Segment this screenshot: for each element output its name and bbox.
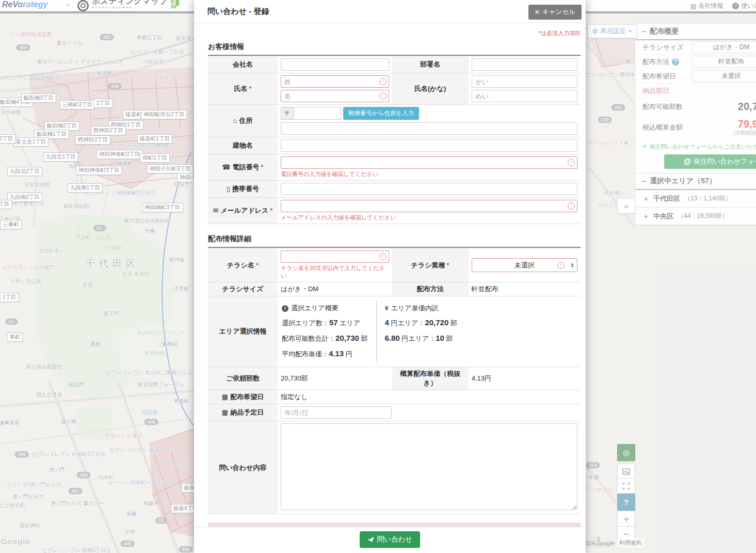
first-name-input[interactable] xyxy=(281,90,389,102)
flyer-name-error: チラシ名を30文字以内で入力してください xyxy=(281,264,389,280)
postal-code-input[interactable] xyxy=(294,107,341,120)
warning-icon: ! xyxy=(568,202,575,210)
table-row: ▦納品予定日 xyxy=(208,404,581,421)
submit-inquiry-button[interactable]: 問い合わせ xyxy=(360,531,420,548)
section-customer: お客様情報 xyxy=(208,40,581,56)
flyer-name-input[interactable] xyxy=(281,250,389,263)
table-row: 建物名 xyxy=(208,137,581,154)
method-value: 軒並配布 xyxy=(469,282,581,296)
customer-table: 会社名 部署名 氏名* ! ! 氏名(かな) ⌂住所 xyxy=(208,56,581,224)
calendar-icon: ▦ xyxy=(222,393,228,401)
table-row: チラシサイズ はがき・DM 配布方法 軒並配布 xyxy=(208,282,581,296)
notice-box: ※概算単価は端数処理により誤差が発生する場合がございます。※エリア全世帯への配布… xyxy=(208,523,581,527)
table-row: チラシ名* ! チラシ名を30文字以内で入力してください チラシ業種* 未選択 … xyxy=(208,248,581,282)
home-icon: ⌂ xyxy=(233,117,237,124)
mobile-icon: ▯ xyxy=(227,185,230,193)
modal-footer: 問い合わせ xyxy=(194,527,586,553)
dist-date-value: 指定なし xyxy=(278,390,581,404)
copies-value: 20,730部 xyxy=(278,367,392,390)
modal-title: 問い合わせ - 登録 xyxy=(207,7,269,17)
flyer-size-value: はがき・DM xyxy=(278,282,392,296)
postal-mark: 〒 xyxy=(281,107,294,120)
mail-icon: ✉ xyxy=(213,207,219,214)
table-row: ☎電話番号* ! 電話番号の入力値を確認してください xyxy=(208,154,581,181)
phone-error: 電話番号の入力値を確認してください xyxy=(281,170,577,178)
table-row: ▯携帯番号 xyxy=(208,181,581,198)
close-icon: ✕ xyxy=(535,8,540,16)
phone-icon: ☎ xyxy=(222,163,230,171)
warning-icon: ! xyxy=(379,78,387,85)
address-input[interactable] xyxy=(281,122,577,135)
last-kana-input[interactable] xyxy=(472,75,577,88)
delivery-date-input[interactable] xyxy=(281,406,392,419)
yen-icon: ¥ xyxy=(385,302,389,315)
calendar-icon: ▦ xyxy=(222,408,228,416)
mobile-input[interactable] xyxy=(281,183,577,195)
table-row: ✉メールアドレス* ! メールアドレスの入力値を確認してください xyxy=(208,198,581,224)
inquiry-textarea[interactable] xyxy=(281,423,577,510)
area-selection-info: i選択エリア概要 選択エリア数：57 エリア 配布可能数合計：20,730 部 … xyxy=(281,298,577,365)
warning-icon: ! xyxy=(557,262,565,269)
first-kana-input[interactable] xyxy=(472,90,577,102)
table-row: 氏名* ! ! 氏名(かな) xyxy=(208,73,581,105)
company-input[interactable] xyxy=(281,58,389,71)
warning-icon: ! xyxy=(568,159,575,166)
table-row: 会社名 部署名 xyxy=(208,56,581,73)
cancel-button[interactable]: ✕キャンセル xyxy=(528,5,582,20)
distribution-table: チラシ名* ! チラシ名を30文字以内で入力してください チラシ業種* 未選択 … xyxy=(208,248,581,514)
modal-header: 問い合わせ - 登録 ✕キャンセル xyxy=(194,0,586,23)
table-row: ご依頼部数 20,730部 概算配布単価（税抜き） 4.13円 xyxy=(208,367,581,390)
required-note: *は必須入力項目 xyxy=(208,29,581,37)
last-name-input[interactable] xyxy=(281,75,389,88)
inquiry-modal: 問い合わせ - 登録 ✕キャンセル *は必須入力項目 お客様情報 会社名 部署名… xyxy=(194,0,586,553)
select-arrows-icon: ▲▼ xyxy=(571,263,574,268)
paper-plane-icon xyxy=(367,536,374,543)
email-input[interactable] xyxy=(281,200,577,212)
table-row: ▦配布希望日 指定なし xyxy=(208,390,581,404)
warning-icon: ! xyxy=(379,92,387,100)
table-row: ⌂住所 〒郵便番号から住所を入力 xyxy=(208,105,581,137)
unit-price-value: 4.13円 xyxy=(469,367,581,390)
info-icon: i xyxy=(282,305,288,312)
warning-icon: ! xyxy=(379,253,387,260)
table-row: 問い合わせ内容 xyxy=(208,421,581,514)
flyer-type-select[interactable]: 未選択 ! ▲▼ xyxy=(472,258,577,272)
modal-body: *は必須入力項目 お客様情報 会社名 部署名 氏名* ! ! 氏名(かな) xyxy=(194,23,586,527)
phone-input[interactable] xyxy=(281,156,577,169)
department-input[interactable] xyxy=(472,58,577,71)
section-distribution: 配布情報詳細 xyxy=(208,232,581,248)
table-row: エリア選択情報 i選択エリア概要 選択エリア数：57 エリア 配布可能数合計：2… xyxy=(208,296,581,367)
building-input[interactable] xyxy=(281,139,577,152)
postal-lookup-button[interactable]: 郵便番号から住所を入力 xyxy=(343,107,419,120)
email-error: メールアドレスの入力値を確認してください xyxy=(281,214,577,222)
